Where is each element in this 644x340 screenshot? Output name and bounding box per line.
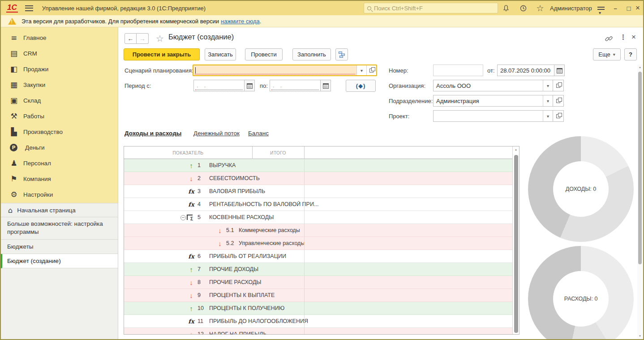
collapse-icon[interactable] — [180, 215, 187, 220]
project-open-button[interactable] — [553, 110, 564, 122]
number-input[interactable] — [433, 65, 483, 76]
row-number: 5.2 — [226, 240, 239, 246]
open-icon — [556, 84, 560, 88]
scrollbar-thumb[interactable] — [514, 155, 518, 333]
period-from-input[interactable]: . . — [193, 80, 245, 91]
date-calendar-button[interactable] — [554, 65, 565, 76]
home-page-item[interactable]: ⌂ Начальная страница — [1, 203, 118, 217]
period-from-calendar-button[interactable] — [245, 80, 255, 91]
sidebar-item[interactable]: ≡ Главное — [1, 30, 118, 46]
main-menu-icon[interactable] — [25, 5, 33, 11]
current-user[interactable]: Администратор — [550, 1, 592, 15]
sidebar-item[interactable]: ▤ CRM — [1, 46, 118, 61]
form-scrollbar[interactable] — [637, 65, 643, 339]
row-number: 9 — [197, 292, 209, 298]
row-number: 5 — [197, 214, 209, 220]
row-label: СЕБЕСТОИМОСТЬ — [209, 175, 260, 181]
history-icon[interactable] — [517, 1, 529, 15]
table-row[interactable]: 10 ПРОЦЕНТЫ К ПОЛУЧЕНИЮ — [124, 302, 519, 315]
department-open-button[interactable] — [553, 95, 564, 107]
tab[interactable]: Баланс — [248, 130, 269, 137]
scroll-up-icon[interactable] — [513, 148, 519, 151]
scenario-combo[interactable] — [193, 65, 377, 76]
help-button[interactable]: ? — [624, 48, 637, 60]
table-row[interactable]: 5.1 Коммерческие расходы — [124, 224, 519, 237]
structure-button[interactable] — [335, 48, 348, 60]
form-menu-kebab-icon[interactable] — [620, 33, 627, 41]
table-row[interactable]: 5.2 Управленческие расходы — [124, 237, 519, 250]
sidebar-item[interactable]: ▣ Склад — [1, 93, 118, 108]
user-menu-icon[interactable] — [595, 1, 607, 15]
personnel-icon: ♟ — [8, 159, 20, 167]
post-button[interactable]: Провести — [245, 48, 283, 60]
sidebar-item[interactable]: ⚒ Работы — [1, 108, 118, 124]
sidebar-item[interactable]: ⚑ Компания — [1, 171, 118, 187]
chevron-down-icon[interactable] — [543, 111, 553, 121]
row-number: 6 — [197, 253, 209, 259]
sidebar-item[interactable]: ▦ Закупки — [1, 77, 118, 93]
period-to-calendar-button[interactable] — [321, 80, 331, 91]
row-number: 7 — [197, 266, 209, 272]
tab[interactable]: Доходы и расходы — [125, 130, 181, 137]
window-close-icon[interactable] — [631, 1, 644, 15]
budget-creation-item[interactable]: Бюджет (создание) — [1, 254, 118, 268]
date-input[interactable]: 28.07.2025 0:00:00 — [497, 65, 554, 76]
row-number: 4 — [197, 201, 209, 207]
sidebar-item[interactable]: ♟ Персонал — [1, 155, 118, 171]
table-row[interactable]: 12 НАЛОГ НА ПРИБЫЛЬ — [124, 328, 519, 335]
project-combo[interactable] — [433, 110, 553, 122]
scroll-down-icon[interactable] — [637, 334, 643, 338]
table-row[interactable]: 5 КОСВЕННЫЕ РАСХОДЫ — [124, 211, 519, 224]
favorite-star-icon[interactable] — [156, 33, 164, 44]
table-row[interactable]: 1 ВЫРУЧКА — [124, 159, 519, 172]
table-row[interactable]: 4 РЕНТАБЕЛЬНОСТЬ ПО ВАЛОВОЙ ПРИ... — [124, 198, 519, 211]
more-features-item[interactable]: Больше возможностей: настройка программы — [1, 217, 118, 240]
chevron-down-icon[interactable] — [543, 95, 553, 106]
notifications-bell-icon[interactable] — [500, 1, 512, 15]
budgets-item[interactable]: Бюджеты — [1, 240, 118, 254]
table-row[interactable]: 2 СЕБЕСТОИМОСТЬ — [124, 172, 519, 185]
chevron-down-icon[interactable] — [543, 80, 553, 91]
sidebar-item[interactable]: ◧ Продажи — [1, 61, 118, 77]
get-link-icon[interactable] — [605, 34, 613, 43]
company-icon: ⚑ — [8, 175, 20, 183]
chevron-down-icon[interactable] — [356, 65, 366, 75]
table-row[interactable]: 11 ПРИБЫЛЬ ДО НАЛОГООБЛОЖЕНИЯ — [124, 315, 519, 328]
search-input[interactable] — [374, 5, 498, 12]
table-row[interactable]: 7 ПРОЧИЕ ДОХОДЫ — [124, 263, 519, 276]
organization-combo[interactable]: Ассоль ООО — [433, 80, 553, 91]
scrollbar-thumb[interactable] — [638, 72, 642, 264]
column-indicator[interactable]: ПОКАЗАТЕЛЬ — [124, 146, 252, 159]
global-search[interactable] — [364, 3, 498, 13]
table-row[interactable]: 6 ПРИБЫЛЬ ОТ РЕАЛИЗАЦИИ — [124, 250, 519, 263]
buy-commercial-link[interactable]: нажмите сюда — [221, 18, 260, 25]
sidebar-item[interactable]: ▙ Производство — [1, 124, 118, 140]
sidebar-item-label: Персонал — [23, 160, 51, 167]
table-row[interactable]: 9 ПРОЦЕНТЫ К ВЫПЛАТЕ — [124, 289, 519, 302]
table-scrollbar[interactable] — [512, 146, 519, 334]
post-and-close-button[interactable]: Провести и закрыть — [124, 48, 200, 60]
table-row[interactable]: 3 ВАЛОВАЯ ПРИБЫЛЬ — [124, 185, 519, 198]
scroll-up-icon[interactable] — [637, 65, 643, 69]
minimize-icon[interactable] — [609, 1, 622, 15]
sidebar-item[interactable]: Р Деньги — [1, 140, 118, 155]
organization-open-button[interactable] — [553, 80, 564, 91]
more-actions-button[interactable]: Еще — [593, 48, 621, 60]
tab-label: Денежный поток — [193, 130, 240, 137]
nav-forward-button[interactable] — [137, 33, 149, 44]
department-combo[interactable]: Администрация — [433, 95, 553, 107]
tab[interactable]: Денежный поток — [193, 130, 240, 137]
form-close-icon[interactable] — [631, 33, 636, 42]
favorites-star-icon[interactable]: ☆ — [534, 1, 546, 15]
table-header: ПОКАЗАТЕЛЬ ИТОГО — [124, 146, 519, 159]
choose-period-button[interactable] — [346, 80, 376, 92]
sidebar-item[interactable]: ⚙ Настройки — [1, 187, 118, 202]
scenario-input[interactable] — [193, 65, 356, 75]
fill-button[interactable]: Заполнить — [292, 48, 331, 60]
column-total[interactable]: ИТОГО — [252, 146, 304, 159]
save-button[interactable]: Записать — [205, 48, 236, 60]
nav-back-button[interactable] — [125, 33, 137, 44]
scenario-open-button[interactable] — [366, 65, 376, 75]
table-row[interactable]: 8 ПРОЧИЕ РАСХОДЫ — [124, 276, 519, 289]
period-to-input[interactable]: . . — [270, 80, 321, 91]
